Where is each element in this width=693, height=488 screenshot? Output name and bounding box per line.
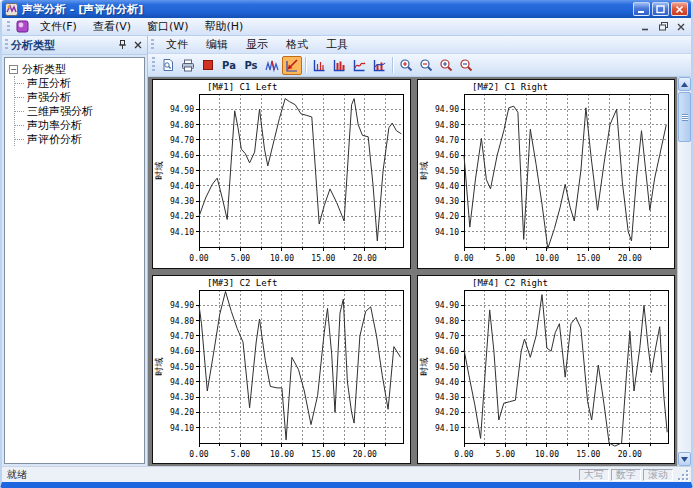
chart-panel-2: 94.1094.2094.3094.4094.5094.6094.7094.80… bbox=[417, 79, 676, 269]
tree-root[interactable]: − 分析类型 bbox=[7, 62, 142, 76]
child-menu-drag-handle[interactable] bbox=[151, 39, 154, 51]
svg-text:10.00: 10.00 bbox=[270, 450, 294, 459]
stop-button[interactable] bbox=[198, 56, 218, 75]
mdi-restore-button[interactable] bbox=[655, 20, 671, 34]
print-preview-icon bbox=[161, 58, 175, 72]
zoom-out-alt-button[interactable] bbox=[456, 56, 476, 75]
svg-text:94.80: 94.80 bbox=[170, 316, 194, 325]
scroll-up-button[interactable] bbox=[678, 77, 691, 91]
menu-bar: 文件(F) 查看(V) 窗口(W) 帮助(H) bbox=[2, 18, 691, 36]
scroll-indicator: 滚动 bbox=[643, 469, 673, 481]
menu-view[interactable]: 查看(V) bbox=[85, 18, 139, 35]
print-icon bbox=[181, 59, 195, 72]
resize-grip[interactable] bbox=[677, 469, 689, 481]
svg-text:10.00: 10.00 bbox=[534, 450, 558, 459]
svg-text:5.00: 5.00 bbox=[231, 254, 250, 263]
svg-text:15.00: 15.00 bbox=[576, 254, 600, 263]
child-menu-tools[interactable]: 工具 bbox=[317, 36, 357, 53]
sidebar: 分析类型 − 分析类型 声压分析 声强分析 三维声强分析 声功率分析 bbox=[2, 36, 147, 466]
scroll-down-button[interactable] bbox=[678, 452, 691, 466]
axes-curve-button[interactable] bbox=[349, 56, 369, 75]
menu-file[interactable]: 文件(F) bbox=[32, 18, 85, 35]
collapse-icon[interactable]: − bbox=[9, 65, 18, 74]
menu-window[interactable]: 窗口(W) bbox=[139, 18, 196, 35]
svg-text:94.70: 94.70 bbox=[170, 136, 194, 145]
mdi-close-button[interactable] bbox=[673, 20, 689, 34]
child-menu-display[interactable]: 显示 bbox=[237, 36, 277, 53]
spectrum-button[interactable] bbox=[262, 56, 282, 75]
svg-text:94.20: 94.20 bbox=[434, 212, 458, 221]
svg-text:5.00: 5.00 bbox=[231, 450, 250, 459]
svg-text:94.80: 94.80 bbox=[170, 121, 194, 130]
svg-text:94.50: 94.50 bbox=[170, 362, 194, 371]
zoom-in-icon bbox=[399, 58, 413, 72]
analysis-tree: − 分析类型 声压分析 声强分析 三维声强分析 声功率分析 声评价分析 bbox=[4, 57, 145, 464]
svg-text:94.50: 94.50 bbox=[434, 362, 458, 371]
close-button[interactable] bbox=[671, 2, 688, 16]
tree-root-label: 分析类型 bbox=[22, 62, 66, 77]
zoom-in-alt-button[interactable] bbox=[436, 56, 456, 75]
svg-text:94.30: 94.30 bbox=[170, 393, 194, 402]
child-menu-edit[interactable]: 编辑 bbox=[197, 36, 237, 53]
sidebar-header: 分析类型 bbox=[2, 36, 147, 55]
maximize-button[interactable] bbox=[652, 2, 669, 16]
axes-bars-curve-button[interactable] bbox=[369, 56, 389, 75]
svg-text:94.60: 94.60 bbox=[170, 347, 194, 356]
pa-button[interactable]: Pa bbox=[218, 56, 240, 75]
tree-item-sound-power[interactable]: 声功率分析 bbox=[15, 118, 142, 132]
zoom-out-button[interactable] bbox=[416, 56, 436, 75]
svg-text:10.00: 10.00 bbox=[270, 254, 294, 263]
tree-item-sound-evaluation[interactable]: 声评价分析 bbox=[15, 132, 142, 146]
pin-icon[interactable] bbox=[115, 38, 129, 52]
svg-text:5.00: 5.00 bbox=[495, 450, 514, 459]
svg-text:[M#2] C1 Right: [M#2] C1 Right bbox=[472, 82, 548, 92]
svg-text:94.60: 94.60 bbox=[434, 151, 458, 160]
sidebar-drag-handle[interactable] bbox=[5, 39, 8, 52]
svg-text:20.00: 20.00 bbox=[617, 450, 641, 459]
svg-text:94.90: 94.90 bbox=[434, 301, 458, 310]
zoom-in-button[interactable] bbox=[396, 56, 416, 75]
svg-text:0.00: 0.00 bbox=[189, 450, 208, 459]
svg-text:时域: 时域 bbox=[154, 357, 164, 375]
svg-text:94.40: 94.40 bbox=[170, 182, 194, 191]
toolbar-drag-handle[interactable] bbox=[152, 57, 155, 72]
ps-button[interactable]: Ps bbox=[240, 56, 262, 75]
caps-indicator: 大写 bbox=[579, 469, 609, 481]
svg-text:94.50: 94.50 bbox=[434, 167, 458, 176]
sidebar-close-icon[interactable] bbox=[131, 38, 145, 52]
mdi-minimize-button[interactable] bbox=[637, 20, 653, 34]
svg-text:15.00: 15.00 bbox=[576, 450, 600, 459]
svg-text:[M#1] C1 Left: [M#1] C1 Left bbox=[207, 82, 277, 92]
scrollbar-thumb[interactable] bbox=[678, 92, 691, 142]
svg-text:94.80: 94.80 bbox=[434, 121, 458, 130]
svg-text:94.20: 94.20 bbox=[170, 408, 194, 417]
tree-item-sound-intensity[interactable]: 声强分析 bbox=[15, 90, 142, 104]
svg-text:94.70: 94.70 bbox=[434, 136, 458, 145]
mdi-child-icon[interactable] bbox=[16, 20, 29, 33]
title-bar[interactable]: 声学分析 - [声评价分析] bbox=[2, 0, 691, 18]
svg-text:0.00: 0.00 bbox=[189, 254, 208, 263]
svg-text:94.20: 94.20 bbox=[434, 408, 458, 417]
axes-bars-button[interactable] bbox=[329, 56, 349, 75]
child-menu-file[interactable]: 文件 bbox=[157, 36, 197, 53]
axes-lines-button[interactable] bbox=[309, 56, 329, 75]
chart-panel-3: 94.1094.2094.3094.4094.5094.6094.7094.80… bbox=[152, 275, 411, 465]
svg-text:20.00: 20.00 bbox=[353, 450, 377, 459]
child-menu-bar: 文件 编辑 显示 格式 工具 bbox=[148, 36, 691, 54]
arrow-up-icon bbox=[681, 82, 688, 87]
child-menu-format[interactable]: 格式 bbox=[277, 36, 317, 53]
svg-text:时域: 时域 bbox=[419, 357, 429, 375]
menu-help[interactable]: 帮助(H) bbox=[197, 18, 252, 35]
time-curve-button[interactable] bbox=[282, 56, 302, 75]
print-button[interactable] bbox=[178, 56, 198, 75]
chart-area: 94.1094.2094.3094.4094.5094.6094.7094.80… bbox=[148, 77, 691, 466]
svg-text:94.20: 94.20 bbox=[170, 212, 194, 221]
vertical-scrollbar[interactable] bbox=[677, 77, 691, 466]
menubar-drag-handle[interactable] bbox=[7, 21, 10, 33]
tree-item-sound-pressure[interactable]: 声压分析 bbox=[15, 76, 142, 90]
chart-panel-4: 94.1094.2094.3094.4094.5094.6094.7094.80… bbox=[417, 275, 676, 465]
tree-item-3d-sound-intensity[interactable]: 三维声强分析 bbox=[15, 104, 142, 118]
minimize-button[interactable] bbox=[633, 2, 650, 16]
toolbar-separator bbox=[305, 57, 306, 73]
print-preview-button[interactable] bbox=[158, 56, 178, 75]
